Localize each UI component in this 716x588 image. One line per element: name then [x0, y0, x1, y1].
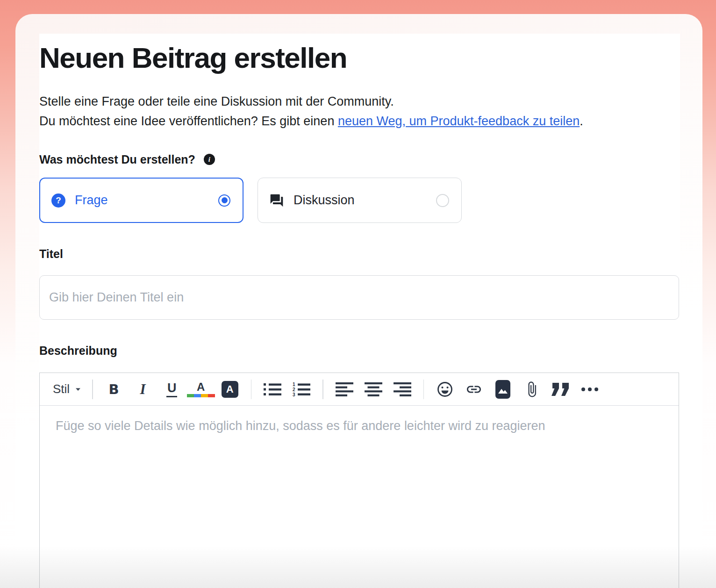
align-left-icon: [336, 382, 353, 397]
option-card-frage[interactable]: ? Frage: [39, 178, 243, 223]
more-options-button[interactable]: [580, 378, 600, 401]
svg-text:1: 1: [293, 382, 295, 387]
title-input[interactable]: [39, 275, 679, 320]
post-type-label: Was möchtest Du erstellen?: [39, 153, 195, 166]
toolbar-divider: [251, 380, 252, 399]
italic-icon: I: [140, 381, 146, 398]
rich-text-editor: Stil B I U A A: [39, 373, 679, 588]
text-color-button[interactable]: A: [191, 378, 211, 401]
attachment-button[interactable]: [522, 378, 542, 401]
toolbar-divider: [423, 380, 424, 399]
info-icon[interactable]: i: [204, 154, 215, 165]
svg-text:3: 3: [293, 392, 295, 397]
post-type-label-row: Was möchtest Du erstellen? i: [39, 151, 680, 167]
option-label-frage: Frage: [75, 193, 108, 208]
option-card-diskussion[interactable]: Diskussion: [258, 178, 462, 223]
numbered-list-button[interactable]: 1 2 3: [291, 378, 312, 401]
style-dropdown-label: Stil: [53, 382, 70, 396]
align-center-icon: [365, 382, 382, 397]
paperclip-icon: [523, 381, 540, 398]
intro-line1: Stelle eine Frage oder teile eine Diskus…: [39, 92, 680, 111]
style-dropdown[interactable]: Stil: [48, 378, 86, 401]
help-question-icon: ?: [51, 194, 65, 208]
radio-diskussion-unselected[interactable]: [436, 194, 449, 207]
highlight-color-button[interactable]: A: [220, 378, 240, 401]
editor-toolbar: Stil B I U A A: [40, 373, 679, 406]
intro-line2: Du möchtest eine Idee veröffentlichen? E…: [39, 111, 680, 131]
emoji-icon: [437, 381, 453, 398]
description-placeholder: Füge so viele Details wie möglich hinzu,…: [56, 419, 660, 433]
link-icon: [465, 381, 482, 398]
option-label-diskussion: Diskussion: [294, 193, 355, 208]
italic-button[interactable]: I: [133, 378, 153, 401]
chevron-down-icon: [75, 387, 81, 391]
emoji-button[interactable]: [435, 378, 455, 401]
image-icon: [495, 380, 511, 399]
bullet-list-icon: [263, 382, 282, 397]
intro-line2-prefix: Du möchtest eine Idee veröffentlichen? E…: [39, 114, 338, 128]
form-panel: Neuen Beitrag erstellen Stelle eine Frag…: [39, 34, 680, 588]
intro-text: Stelle eine Frage oder teile eine Diskus…: [39, 92, 680, 131]
description-editor-area[interactable]: Füge so viele Details wie möglich hinzu,…: [40, 406, 679, 588]
radio-frage-selected[interactable]: [218, 194, 230, 207]
bold-icon: B: [109, 381, 119, 397]
intro-line2-suffix: .: [580, 114, 583, 128]
post-type-options: ? Frage Diskussion: [39, 178, 680, 223]
underline-button[interactable]: U: [162, 378, 182, 401]
align-center-button[interactable]: [363, 378, 384, 401]
align-left-button[interactable]: [334, 378, 355, 401]
quote-icon: [551, 382, 571, 397]
more-options-icon: [580, 387, 599, 392]
image-button[interactable]: [493, 378, 513, 401]
highlight-color-icon: A: [222, 381, 238, 398]
link-button[interactable]: [464, 378, 484, 401]
description-label: Beschreibung: [39, 344, 680, 358]
align-right-icon: [394, 382, 411, 397]
forum-chat-icon: [269, 193, 284, 208]
numbered-list-icon: 1 2 3: [292, 382, 311, 397]
text-color-icon: A: [197, 381, 205, 393]
dialog-card: Neuen Beitrag erstellen Stelle eine Frag…: [15, 14, 702, 588]
quote-button[interactable]: [551, 378, 571, 401]
svg-text:2: 2: [293, 387, 295, 392]
feedback-link[interactable]: neuen Weg, um Produkt-feedback zu teilen: [338, 114, 580, 128]
align-right-button[interactable]: [392, 378, 413, 401]
page-title: Neuen Beitrag erstellen: [39, 41, 680, 75]
text-color-bar: [187, 394, 215, 397]
toolbar-divider: [322, 380, 323, 399]
toolbar-divider: [92, 380, 93, 399]
bullet-list-button[interactable]: [262, 378, 283, 401]
title-label: Titel: [39, 247, 680, 261]
underline-icon: U: [166, 381, 178, 397]
bold-button[interactable]: B: [104, 378, 124, 401]
